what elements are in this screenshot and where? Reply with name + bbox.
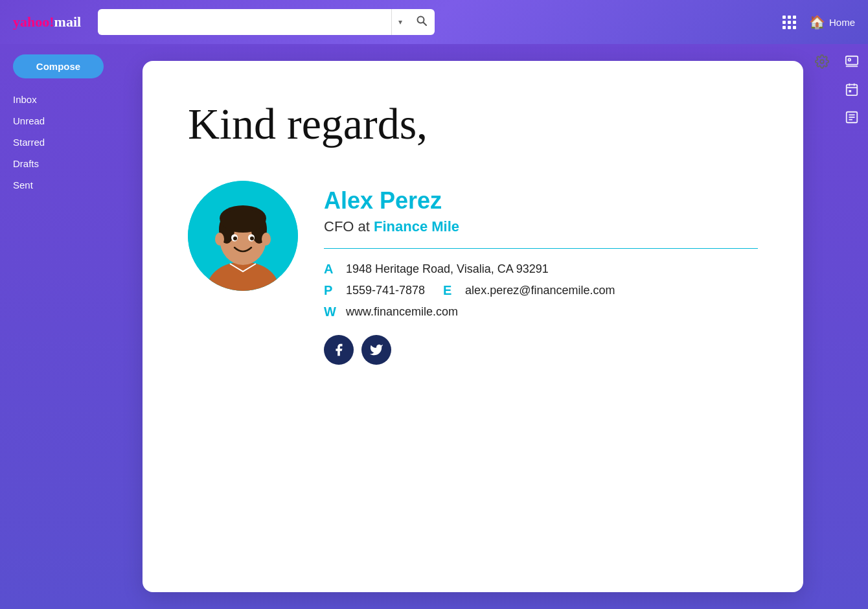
email-value: alex.perez@financemile.com bbox=[465, 284, 615, 297]
signature-greeting: Kind regards, bbox=[188, 100, 758, 148]
right-icon-notes[interactable] bbox=[845, 110, 859, 128]
svg-point-11 bbox=[215, 233, 224, 246]
sidebar-item-drafts[interactable]: Drafts bbox=[0, 153, 117, 174]
svg-rect-17 bbox=[846, 56, 858, 65]
social-icons bbox=[324, 335, 758, 365]
facebook-button[interactable] bbox=[324, 335, 354, 365]
search-button[interactable] bbox=[409, 9, 435, 35]
sidebar: Compose Inbox Unread Starred Drafts Sent bbox=[0, 44, 117, 609]
signature-body: Alex Perez CFO at Finance Mile A 1948 He… bbox=[188, 181, 758, 365]
main-layout: Compose Inbox Unread Starred Drafts Sent… bbox=[0, 44, 868, 609]
address-row: A 1948 Heritage Road, Visalia, CA 93291 bbox=[324, 262, 758, 277]
sidebar-item-starred[interactable]: Starred bbox=[0, 132, 117, 153]
search-bar: ▾ bbox=[98, 9, 435, 35]
phone-value: 1559-741-7878 bbox=[346, 284, 425, 297]
address-value: 1948 Heritage Road, Visalia, CA 93291 bbox=[346, 262, 549, 276]
avatar bbox=[188, 181, 298, 291]
svg-point-16 bbox=[250, 236, 254, 240]
divider bbox=[324, 248, 758, 249]
website-value: www.financemile.com bbox=[346, 305, 458, 319]
contact-name: Alex Perez bbox=[324, 187, 758, 214]
search-wrapper: ▾ bbox=[98, 9, 435, 35]
svg-line-1 bbox=[424, 23, 427, 26]
compose-button[interactable]: Compose bbox=[13, 54, 104, 78]
svg-point-15 bbox=[233, 236, 237, 240]
contact-details: A 1948 Heritage Road, Visalia, CA 93291 … bbox=[324, 262, 758, 319]
right-icon-contacts[interactable] bbox=[845, 54, 859, 72]
main-content: Kind regards, bbox=[117, 44, 836, 609]
website-row: W www.financemile.com bbox=[324, 304, 758, 319]
settings-icon[interactable] bbox=[815, 54, 829, 73]
header-right: 🏠 Home bbox=[782, 14, 855, 30]
contact-title: CFO at Finance Mile bbox=[324, 218, 758, 235]
company-name: Finance Mile bbox=[374, 218, 459, 235]
svg-point-18 bbox=[849, 58, 851, 61]
right-icon-calendar[interactable] bbox=[845, 82, 859, 100]
home-icon: 🏠 bbox=[809, 14, 825, 30]
search-dropdown-btn[interactable]: ▾ bbox=[391, 9, 409, 35]
email-card: Kind regards, bbox=[143, 61, 803, 592]
right-sidebar bbox=[836, 44, 868, 609]
phone-label: P bbox=[324, 283, 338, 298]
address-label: A bbox=[324, 262, 338, 277]
header: yahoo!mail ▾ 🏠 Home bbox=[0, 0, 868, 44]
yahoo-logo: yahoo!mail bbox=[13, 14, 81, 30]
phone-email-row: P 1559-741-7878 E alex.perez@financemile… bbox=[324, 283, 758, 298]
svg-rect-23 bbox=[849, 90, 851, 93]
sidebar-item-inbox[interactable]: Inbox bbox=[0, 89, 117, 110]
twitter-button[interactable] bbox=[361, 335, 391, 365]
home-link[interactable]: 🏠 Home bbox=[809, 14, 855, 30]
website-label: W bbox=[324, 304, 338, 319]
sidebar-item-unread[interactable]: Unread bbox=[0, 110, 117, 132]
search-input[interactable] bbox=[98, 9, 391, 35]
email-label: E bbox=[443, 283, 457, 298]
svg-point-10 bbox=[221, 209, 265, 233]
sidebar-item-sent[interactable]: Sent bbox=[0, 174, 117, 196]
contact-info: Alex Perez CFO at Finance Mile A 1948 He… bbox=[324, 181, 758, 365]
svg-rect-19 bbox=[847, 85, 858, 96]
svg-point-2 bbox=[820, 60, 824, 63]
svg-point-12 bbox=[262, 233, 271, 246]
home-label: Home bbox=[829, 17, 855, 28]
apps-icon[interactable] bbox=[782, 16, 796, 29]
